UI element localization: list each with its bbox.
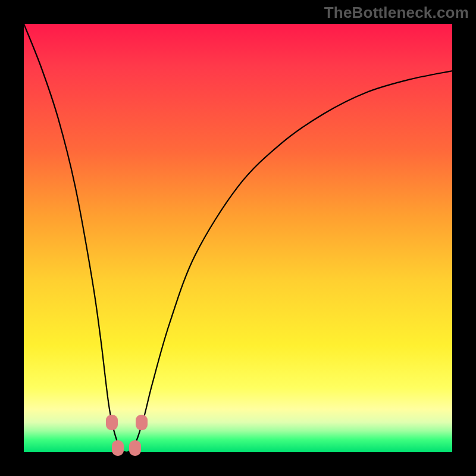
chart-frame: TheBottleneck.com [0, 0, 476, 476]
bottleneck-curve [24, 24, 452, 452]
curve-marker [112, 440, 124, 456]
curve-marker [136, 415, 148, 430]
watermark-text: TheBottleneck.com [324, 4, 469, 22]
curve-marker [129, 440, 141, 456]
curve-marker [106, 415, 118, 430]
plot-area [24, 24, 452, 452]
